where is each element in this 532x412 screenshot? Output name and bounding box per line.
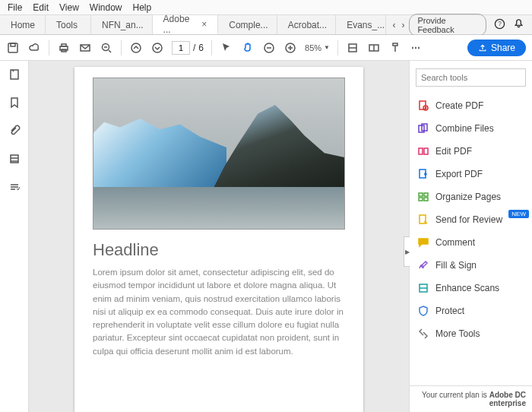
print-icon[interactable] (57, 41, 71, 55)
close-icon[interactable]: × (201, 19, 207, 30)
tool-combine-files[interactable]: Combine Files (410, 117, 532, 140)
document-headline: Headline (93, 240, 345, 260)
document-canvas[interactable]: Headline Lorem ipsum dolor sit amet, con… (29, 61, 409, 412)
annotate-icon[interactable] (388, 41, 402, 55)
cloud-icon[interactable] (27, 41, 41, 55)
svg-line-9 (109, 50, 111, 52)
svg-rect-39 (419, 198, 423, 201)
svg-rect-35 (424, 148, 428, 154)
page-indicator: / 6 (172, 41, 204, 55)
tool-edit-pdf[interactable]: Edit PDF (410, 140, 532, 163)
zoom-minus-icon[interactable] (262, 41, 276, 55)
svg-rect-34 (419, 148, 423, 154)
main-toolbar: / 6 85%▼ ⋯ Share (0, 35, 532, 61)
plan-status: Your current plan is Adobe DC enterprise (410, 385, 532, 412)
tool-create-pdf[interactable]: Create PDF (410, 94, 532, 117)
svg-rect-40 (424, 198, 428, 201)
signatures-icon[interactable] (8, 181, 21, 195)
more-tools-icon (417, 328, 429, 340)
left-sidebar (0, 61, 29, 412)
tab-home[interactable]: Home (0, 15, 46, 34)
combine-files-icon (417, 122, 429, 135)
mail-icon[interactable] (78, 41, 92, 55)
organize-pages-icon (417, 191, 429, 203)
page: Headline Lorem ipsum dolor sit amet, con… (74, 67, 363, 412)
right-tools-panel: ▶ Create PDF Combine Files Edit PDF Expo… (409, 61, 532, 412)
doc-tab-4[interactable]: Evans_... (336, 15, 386, 34)
menu-window[interactable]: Window (85, 1, 127, 14)
page-down-icon[interactable] (150, 41, 164, 55)
page-total: 6 (198, 43, 204, 53)
svg-point-12 (153, 43, 162, 52)
menu-edit[interactable]: Edit (28, 1, 53, 14)
document-image (93, 78, 345, 230)
comment-icon (417, 236, 429, 249)
chevron-down-icon: ▼ (324, 44, 330, 51)
layers-icon[interactable] (8, 153, 21, 167)
tab-prev-icon[interactable]: ‹ (392, 20, 395, 30)
page-number-input[interactable] (172, 41, 190, 55)
svg-rect-22 (393, 43, 397, 46)
tool-fill-sign[interactable]: Fill & Sign (410, 254, 532, 277)
document-body-text: Lorem ipsum dolor sit amet, consectetur … (93, 266, 345, 358)
send-review-icon (417, 214, 429, 226)
zoom-plus-icon[interactable] (283, 41, 297, 55)
tool-send-for-review[interactable]: Send for ReviewNEW (410, 208, 532, 231)
help-icon[interactable]: ? (494, 18, 505, 32)
tool-export-pdf[interactable]: Export PDF (410, 163, 532, 185)
menu-view[interactable]: View (55, 1, 84, 14)
tool-enhance-scans[interactable]: Enhance Scans (410, 277, 532, 299)
tool-protect[interactable]: Protect (410, 299, 532, 322)
svg-point-11 (131, 43, 141, 52)
provide-feedback-button[interactable]: Provide Feedback (409, 14, 486, 36)
bookmark-icon[interactable] (8, 97, 21, 111)
more-icon[interactable]: ⋯ (410, 41, 423, 55)
svg-rect-3 (11, 43, 15, 46)
protect-icon (417, 305, 429, 317)
export-pdf-icon (417, 168, 429, 180)
attachment-icon[interactable] (8, 125, 21, 139)
doc-tab-3[interactable]: Acrobat... (277, 15, 336, 34)
bell-icon[interactable] (513, 18, 524, 32)
share-button[interactable]: Share (467, 40, 526, 56)
fit-width-icon[interactable] (346, 41, 359, 55)
fill-sign-icon (417, 259, 429, 271)
svg-text:?: ? (498, 20, 502, 27)
tool-comment[interactable]: Comment (410, 231, 532, 254)
enhance-scans-icon (417, 282, 429, 294)
menu-file[interactable]: File (3, 1, 27, 14)
hand-tool-icon[interactable] (241, 41, 255, 55)
tab-next-icon[interactable]: › (401, 20, 404, 30)
collapse-panel-button[interactable]: ▶ (404, 236, 410, 267)
doc-tab-2[interactable]: Comple... (218, 15, 277, 34)
menu-help[interactable]: Help (128, 1, 157, 14)
tool-more-tools[interactable]: More Tools (410, 322, 532, 345)
create-pdf-icon (417, 100, 429, 112)
thumbnails-icon[interactable] (8, 68, 21, 83)
save-icon[interactable] (6, 41, 20, 55)
doc-tab-0[interactable]: NFN_an... (91, 15, 153, 34)
doc-tab-1[interactable]: Adobe ...× (153, 15, 219, 34)
svg-rect-24 (11, 70, 18, 79)
page-up-icon[interactable] (129, 41, 143, 55)
tool-organize-pages[interactable]: Organize Pages (410, 185, 532, 208)
svg-rect-2 (8, 43, 17, 52)
zoom-out-icon[interactable] (100, 41, 113, 55)
select-tool-icon[interactable] (220, 41, 233, 55)
tab-tools[interactable]: Tools (46, 15, 91, 34)
svg-rect-38 (424, 193, 428, 196)
svg-rect-37 (419, 193, 423, 196)
tab-strip: Home Tools NFN_an... Adobe ...× Comple..… (0, 15, 532, 35)
zoom-dropdown[interactable]: 85%▼ (305, 43, 330, 52)
edit-pdf-icon (417, 145, 429, 157)
search-tools-input[interactable] (416, 68, 526, 87)
svg-rect-5 (62, 44, 66, 46)
new-badge: NEW (508, 210, 529, 218)
read-mode-icon[interactable] (367, 41, 381, 55)
